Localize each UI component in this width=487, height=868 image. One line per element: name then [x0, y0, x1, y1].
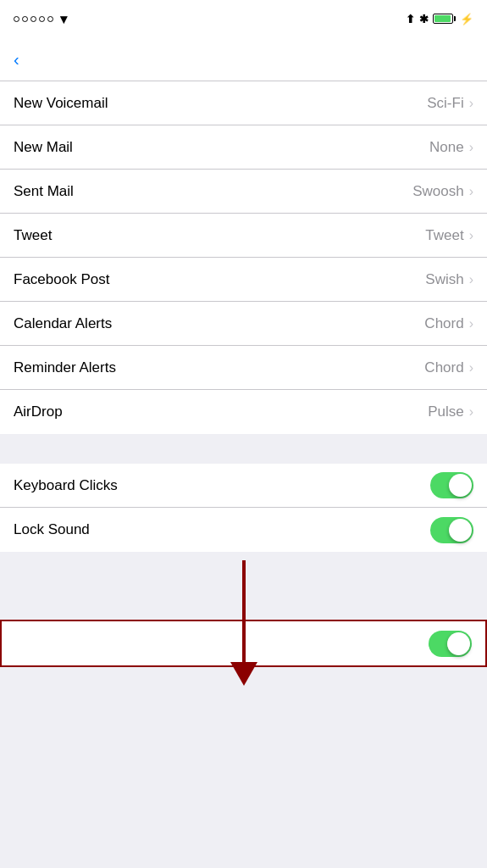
item-value-new-mail: None	[429, 139, 464, 156]
alert-tone-item-sent-mail[interactable]: Sent Mail Swoosh ›	[0, 170, 487, 214]
alert-tone-item-facebook-post[interactable]: Facebook Post Swish ›	[0, 258, 487, 302]
battery-body	[433, 14, 453, 24]
signal-dot-2	[22, 16, 28, 22]
toggle-item-lock-sound: Lock Sound	[0, 508, 487, 552]
alert-tone-item-reminder-alerts[interactable]: Reminder Alerts Chord ›	[0, 346, 487, 390]
item-right-new-mail: None ›	[429, 139, 473, 156]
item-right-calendar-alerts: Chord ›	[424, 315, 473, 332]
back-button[interactable]: ‹	[14, 51, 23, 68]
alert-tones-section: New Voicemail Sci-Fi › New Mail None › S…	[0, 81, 487, 434]
signal-dot-1	[14, 16, 19, 22]
chevron-right-icon-new-voicemail: ›	[469, 96, 473, 111]
item-right-tweet: Tweet ›	[425, 227, 473, 244]
system-haptics-toggle[interactable]	[429, 631, 472, 657]
signal-dot-5	[47, 16, 53, 22]
annotation-arrow	[230, 560, 257, 686]
location-icon: ⬆	[406, 13, 415, 25]
chevron-right-icon-reminder-alerts: ›	[469, 360, 473, 376]
item-right-new-voicemail: Sci-Fi ›	[427, 95, 473, 112]
signal-dot-3	[30, 16, 36, 22]
item-right-reminder-alerts: Chord ›	[424, 359, 473, 376]
item-label-new-mail: New Mail	[14, 139, 73, 156]
status-left: ▾	[14, 11, 67, 27]
chevron-right-icon-calendar-alerts: ›	[469, 316, 473, 331]
arrow-line	[242, 560, 246, 662]
toggle-lock-sound[interactable]	[430, 517, 473, 543]
section-gap-2	[0, 552, 487, 620]
alert-tone-item-new-mail[interactable]: New Mail None ›	[0, 125, 487, 170]
toggle-label-keyboard-clicks: Keyboard Clicks	[14, 477, 118, 494]
chevron-right-icon-tweet: ›	[469, 228, 473, 243]
item-label-airdrop: AirDrop	[14, 403, 63, 420]
battery-tip	[454, 16, 456, 21]
item-value-facebook-post: Swish	[425, 271, 463, 288]
item-label-tweet: Tweet	[14, 227, 52, 244]
chevron-right-icon-facebook-post: ›	[469, 272, 473, 287]
bluetooth-icon: ✱	[419, 13, 429, 25]
toggle-knob-keyboard-clicks	[449, 474, 472, 497]
toggle-label-lock-sound: Lock Sound	[14, 521, 90, 538]
item-right-airdrop: Pulse ›	[428, 403, 473, 420]
toggle-item-keyboard-clicks: Keyboard Clicks	[0, 464, 487, 508]
arrow-head-icon	[230, 662, 257, 686]
status-right: ⬆ ✱ ⚡	[406, 13, 473, 25]
item-label-facebook-post: Facebook Post	[14, 271, 109, 288]
alert-tones-list: New Voicemail Sci-Fi › New Mail None › S…	[0, 81, 487, 434]
battery-fill	[434, 15, 451, 22]
toggle-knob	[447, 632, 470, 655]
alert-tone-item-airdrop[interactable]: AirDrop Pulse ›	[0, 390, 487, 434]
signal-dot-4	[39, 16, 45, 22]
item-value-sent-mail: Swoosh	[412, 183, 463, 200]
status-bar: ▾ ⬆ ✱ ⚡	[0, 0, 487, 37]
item-value-new-voicemail: Sci-Fi	[427, 95, 463, 112]
item-value-reminder-alerts: Chord	[424, 359, 463, 376]
chevron-right-icon-airdrop: ›	[469, 404, 473, 420]
item-label-reminder-alerts: Reminder Alerts	[14, 359, 116, 376]
battery-indicator	[433, 14, 456, 24]
alert-tone-item-calendar-alerts[interactable]: Calendar Alerts Chord ›	[0, 302, 487, 346]
item-value-calendar-alerts: Chord	[424, 315, 463, 332]
section-gap-1	[0, 434, 487, 464]
nav-bar: ‹	[0, 37, 487, 81]
item-label-new-voicemail: New Voicemail	[14, 95, 108, 112]
toggles-list: Keyboard Clicks Lock Sound	[0, 464, 487, 552]
back-chevron-icon: ‹	[14, 51, 19, 68]
item-value-airdrop: Pulse	[428, 403, 464, 420]
alert-tone-item-tweet[interactable]: Tweet Tweet ›	[0, 214, 487, 258]
item-label-calendar-alerts: Calendar Alerts	[14, 315, 112, 332]
item-right-sent-mail: Swoosh ›	[412, 183, 473, 200]
wifi-icon: ▾	[60, 11, 67, 27]
toggle-keyboard-clicks[interactable]	[430, 472, 473, 498]
charging-icon: ⚡	[460, 13, 473, 25]
item-value-tweet: Tweet	[425, 227, 463, 244]
toggles-section: Keyboard Clicks Lock Sound	[0, 464, 487, 552]
signal-indicator	[14, 16, 53, 22]
toggle-knob-lock-sound	[449, 519, 472, 542]
item-label-sent-mail: Sent Mail	[14, 183, 74, 200]
chevron-right-icon-sent-mail: ›	[469, 184, 473, 199]
item-right-facebook-post: Swish ›	[425, 271, 473, 288]
alert-tone-item-new-voicemail[interactable]: New Voicemail Sci-Fi ›	[0, 81, 487, 125]
chevron-right-icon-new-mail: ›	[469, 140, 473, 155]
